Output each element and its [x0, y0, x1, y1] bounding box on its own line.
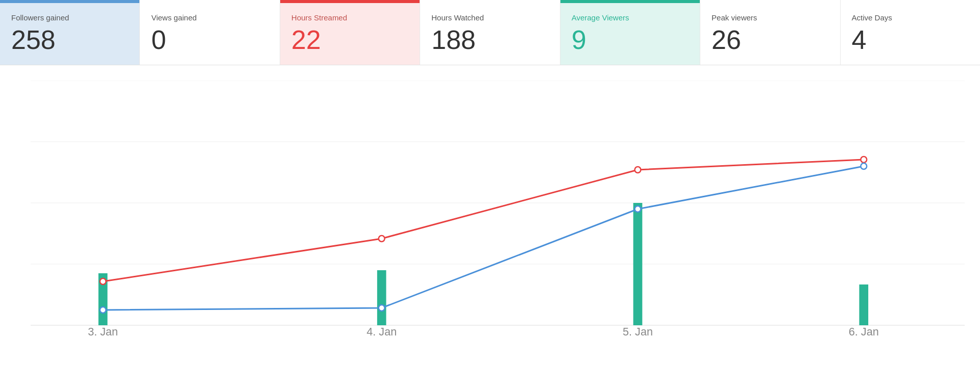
bar-jan4 — [377, 270, 386, 325]
stat-label-active-days: Active Days — [852, 13, 969, 22]
stat-label-hours-watched: Hours Watched — [431, 13, 548, 22]
stat-bar-hours-streamed — [280, 0, 420, 3]
blue-dot-jan6 — [861, 163, 867, 169]
stat-value-avg-viewers: 9 — [572, 24, 689, 56]
red-dot-jan3 — [100, 278, 106, 284]
stat-value-active-days: 4 — [852, 24, 969, 56]
stat-bar-views — [140, 0, 279, 3]
stat-card-followers: Followers gained258 — [0, 0, 140, 65]
x-label-jan3: 3. Jan — [88, 325, 118, 335]
stat-label-peak-viewers: Peak viewers — [712, 13, 828, 22]
red-dot-jan4 — [379, 236, 385, 242]
stat-value-peak-viewers: 26 — [712, 24, 828, 56]
x-label-jan6: 6. Jan — [849, 325, 879, 335]
stat-bar-hours-watched — [420, 0, 559, 3]
red-line — [103, 160, 864, 281]
stat-value-hours-streamed: 22 — [291, 24, 408, 56]
blue-dot-jan4 — [379, 305, 385, 311]
blue-dot-jan5 — [635, 206, 641, 212]
bar-jan6 — [859, 284, 868, 325]
stat-bar-active-days — [841, 0, 980, 3]
stat-label-followers: Followers gained — [11, 13, 128, 22]
red-dot-jan6 — [861, 157, 867, 163]
stat-card-peak-viewers: Peak viewers26 — [700, 0, 840, 65]
stat-card-active-days: Active Days4 — [841, 0, 980, 65]
stat-card-avg-viewers: Average Viewers9 — [560, 0, 700, 65]
stat-card-hours-watched: Hours Watched188 — [420, 0, 560, 65]
main-chart: 3. Jan 4. Jan 5. Jan 6. Jan — [31, 81, 965, 335]
stat-card-hours-streamed: Hours Streamed22 — [280, 0, 420, 65]
stat-value-views: 0 — [151, 24, 268, 56]
stat-bar-peak-viewers — [700, 0, 840, 3]
stat-label-views: Views gained — [151, 13, 268, 22]
red-dot-jan5 — [635, 167, 641, 173]
stat-bar-avg-viewers — [560, 0, 700, 3]
stat-label-hours-streamed: Hours Streamed — [291, 13, 408, 22]
bar-jan5 — [633, 203, 643, 325]
stat-label-avg-viewers: Average Viewers — [572, 13, 689, 22]
x-label-jan5: 5. Jan — [623, 325, 653, 335]
stat-card-views: Views gained0 — [140, 0, 280, 65]
stat-value-followers: 258 — [11, 24, 128, 56]
stat-bar-followers — [0, 0, 139, 3]
stat-value-hours-watched: 188 — [431, 24, 548, 56]
stats-row: Followers gained258Views gained0Hours St… — [0, 0, 980, 65]
blue-dot-jan3 — [100, 307, 106, 313]
chart-container: 3. Jan 4. Jan 5. Jan 6. Jan — [0, 65, 980, 366]
x-label-jan4: 4. Jan — [366, 325, 397, 335]
blue-line — [103, 166, 864, 310]
